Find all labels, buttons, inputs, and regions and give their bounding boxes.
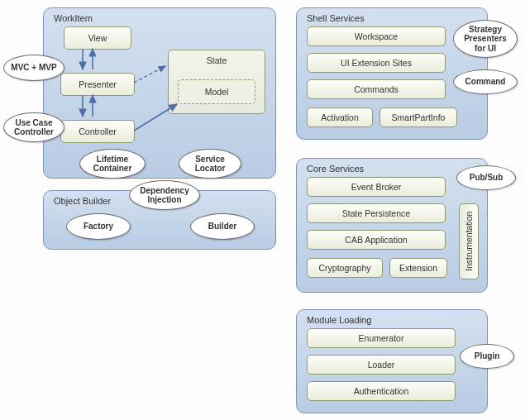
box-instrumentation: Instrumentation <box>459 203 479 279</box>
box-model: Model <box>178 79 255 104</box>
ellipse-plugin: Plugin <box>460 344 514 369</box>
ellipse-lifetime-container: Lifetime Container <box>79 149 146 179</box>
ellipse-pubsub-label: Pub/Sub <box>470 173 504 183</box>
panel-core-title: Core Services <box>303 164 480 174</box>
box-enum-label: Enumerator <box>359 333 404 343</box>
box-commands: Commands <box>307 79 446 99</box>
ellipse-di-label: Dependency Injection <box>140 186 189 205</box>
panel-ml-title: Module Loading <box>303 315 480 325</box>
box-authentication: Authentication <box>307 381 456 401</box>
box-smartpart-label: SmartPartInfo <box>392 112 446 122</box>
box-controller: Controller <box>60 120 135 143</box>
box-eventbroker-label: Event Broker <box>351 182 402 192</box>
box-state-persistence: State Persistence <box>307 203 446 223</box>
panel-shell-title: Shell Services <box>303 13 480 23</box>
ellipse-builder: Builder <box>190 213 255 240</box>
box-crypto-label: Cryptography <box>318 263 370 273</box>
box-view: View <box>64 26 131 50</box>
ellipse-dependency-injection: Dependency Injection <box>129 180 200 210</box>
box-enumerator: Enumerator <box>307 328 456 348</box>
box-instr-label: Instrumentation <box>464 212 474 271</box>
box-uiext-label: UI Extension Sites <box>341 58 412 68</box>
panel-module-loading: Module Loading Enumerator Loader Authent… <box>296 309 488 413</box>
box-workspace-label: Workspace <box>355 31 398 41</box>
box-commands-label: Commands <box>354 84 399 94</box>
panel-workitem: WorkItem View Presenter Controller State… <box>43 7 276 179</box>
box-presenter-label: Presenter <box>79 79 117 89</box>
box-extension-label: Extension <box>399 263 437 273</box>
box-view-label: View <box>88 33 107 43</box>
box-presenter: Presenter <box>60 73 135 96</box>
ellipse-strategy-label: Strategy Presenters for UI <box>464 25 507 54</box>
ellipse-use-case-controller: Use Case Controller <box>3 112 64 142</box>
box-loader: Loader <box>307 355 456 375</box>
panel-workitem-title: WorkItem <box>50 13 269 23</box>
ellipse-use-case-label: Use Case Controller <box>14 118 54 137</box>
box-model-label: Model <box>205 87 229 97</box>
ellipse-service-locator: Service Locator <box>179 149 241 179</box>
ellipse-service-locator-label: Service Locator <box>195 155 226 174</box>
ellipse-plugin-label: Plugin <box>475 351 500 361</box>
box-cab-app: CAB Application <box>307 230 446 250</box>
box-cab-label: CAB Application <box>345 235 407 245</box>
box-crypto: Cryptography <box>307 258 383 278</box>
box-loader-label: Loader <box>368 360 395 370</box>
ellipse-command-pattern: Command <box>453 69 518 94</box>
box-event-broker: Event Broker <box>307 177 446 197</box>
box-auth-label: Authentication <box>354 386 409 396</box>
ellipse-builder-label: Builder <box>208 222 236 231</box>
box-smartpart: SmartPartInfo <box>379 107 457 127</box>
box-state-label: State <box>207 55 227 65</box>
box-activation: Activation <box>307 107 373 127</box>
ellipse-factory-label: Factory <box>84 222 113 231</box>
ellipse-command-label: Command <box>465 77 506 87</box>
box-activation-label: Activation <box>321 112 359 122</box>
ellipse-lifetime-label: Lifetime Container <box>93 155 132 174</box>
ellipse-factory: Factory <box>66 213 131 240</box>
ellipse-mvc-mvp-label: MVC + MVP <box>11 63 56 73</box>
ellipse-mvc-mvp: MVC + MVP <box>3 55 64 81</box>
box-statep-label: State Persistence <box>342 208 410 218</box>
box-extension: Extension <box>389 258 447 278</box>
box-workspace: Workspace <box>307 26 446 46</box>
box-controller-label: Controller <box>79 126 117 136</box>
ellipse-strategy-presenters: Strategy Presenters for UI <box>453 20 518 58</box>
ellipse-pubsub: Pub/Sub <box>456 165 516 190</box>
box-ui-ext: UI Extension Sites <box>307 53 446 73</box>
